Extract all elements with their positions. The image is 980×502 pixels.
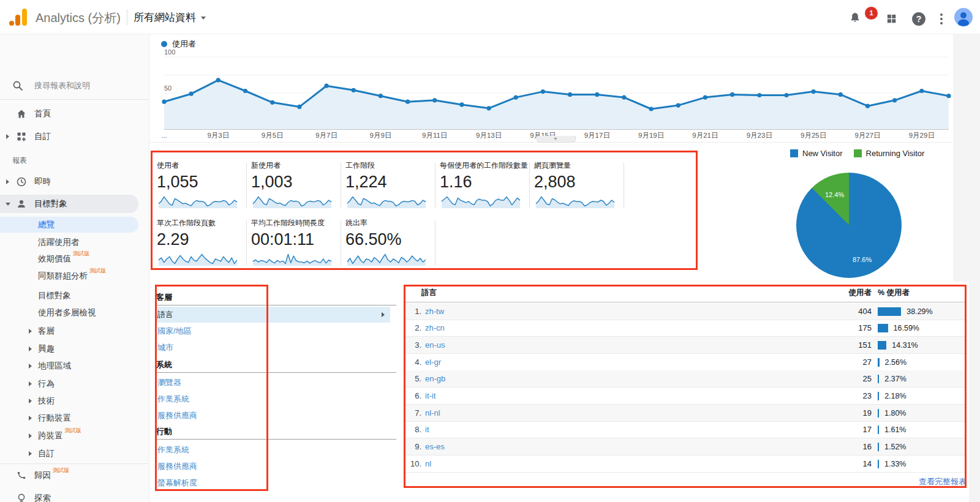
chart-collapse-tab[interactable] bbox=[537, 136, 576, 143]
sidebar-item-audience[interactable]: 目標對象 bbox=[0, 195, 149, 212]
metric-sparkline bbox=[251, 194, 341, 211]
table-header-dimension[interactable]: 語言 bbox=[421, 288, 437, 301]
language-link[interactable]: es-es bbox=[425, 442, 445, 451]
language-link[interactable]: it-it bbox=[425, 391, 435, 400]
sidebar-item-discover[interactable]: 探索 bbox=[0, 490, 149, 502]
table-row: 4.el-gr272.56% bbox=[405, 354, 965, 371]
sidebar-item-地理區域[interactable]: 地理區域 bbox=[0, 358, 149, 374]
sidebar-item-attribution[interactable]: 歸因測試版 bbox=[0, 467, 149, 484]
pct-value: 2.18% bbox=[884, 392, 906, 400]
legend-label-returning-visitor[interactable]: Returning Visitor bbox=[866, 149, 925, 158]
pct-bar bbox=[878, 460, 879, 468]
pct-value: 16.59% bbox=[894, 324, 919, 332]
sidebar-item-label: 即時 bbox=[34, 176, 51, 187]
dimension-item-作業系統[interactable]: 作業系統 bbox=[156, 442, 390, 458]
sidebar-item-customization[interactable]: 自訂 bbox=[0, 128, 149, 145]
metric-label[interactable]: 工作階段 bbox=[345, 160, 435, 171]
sidebar-item-使用者多層檢視[interactable]: 使用者多層檢視 bbox=[0, 305, 149, 321]
metric-value: 1,224 bbox=[345, 173, 435, 192]
sidebar-item-效期價值[interactable]: 效期價值測試版 bbox=[0, 251, 149, 267]
legend-label-new-visitor[interactable]: New Visitor bbox=[802, 149, 843, 158]
sidebar-item-label: 技術 bbox=[38, 395, 55, 406]
sidebar-item-home[interactable]: 首頁 bbox=[0, 105, 149, 122]
search-input[interactable]: 搜尋報表和說明 bbox=[0, 77, 149, 95]
dimension-item-label: 螢幕解析度 bbox=[157, 478, 197, 489]
table-row: 5.en-gb252.37% bbox=[405, 370, 965, 388]
sidebar-item-總覽[interactable]: 總覽 bbox=[0, 217, 138, 233]
metric-label[interactable]: 新使用者 bbox=[251, 160, 341, 171]
language-link[interactable]: zh-cn bbox=[425, 323, 445, 332]
dimension-item-螢幕解析度[interactable]: 螢幕解析度 bbox=[156, 475, 390, 491]
chevron-down-icon bbox=[6, 203, 10, 206]
language-link[interactable]: nl bbox=[425, 459, 431, 468]
sidebar-item-label: 總覽 bbox=[38, 219, 55, 230]
language-link[interactable]: nl-nl bbox=[425, 408, 440, 418]
metric-sparkline bbox=[157, 252, 246, 268]
sidebar-item-同類群組分析[interactable]: 同類群組分析測試版 bbox=[0, 268, 149, 284]
svg-text:9月21日: 9月21日 bbox=[692, 132, 718, 139]
dimension-item-label: 瀏覽器 bbox=[157, 377, 181, 388]
dimension-item-瀏覽器[interactable]: 瀏覽器 bbox=[156, 375, 390, 391]
language-link[interactable]: en-gb bbox=[425, 374, 445, 383]
language-link[interactable]: el-gr bbox=[425, 358, 441, 367]
metric-label[interactable]: 每個使用者的工作階段數量 bbox=[440, 160, 529, 171]
dimension-section-行動: 行動 bbox=[156, 426, 396, 440]
sidebar-item-自訂[interactable]: 自訂 bbox=[0, 446, 149, 462]
metric-label[interactable]: 平均工作階段時間長度 bbox=[251, 218, 341, 228]
legend-dot-icon bbox=[161, 41, 167, 47]
sidebar-item-realtime[interactable]: 即時 bbox=[0, 173, 149, 190]
sidebar-item-技術[interactable]: 技術 bbox=[0, 393, 149, 409]
dimension-item-城市[interactable]: 城市 bbox=[156, 340, 390, 356]
dimension-item-服務供應商[interactable]: 服務供應商 bbox=[156, 408, 390, 424]
search-placeholder: 搜尋報表和說明 bbox=[34, 80, 90, 91]
sidebar-item-label-wrap: 效期價值測試版 bbox=[38, 253, 89, 264]
language-link[interactable]: zh-tw bbox=[425, 307, 444, 316]
chevron-right-icon bbox=[29, 399, 32, 403]
svg-text:...: ... bbox=[161, 132, 167, 139]
metric-divider bbox=[341, 220, 341, 266]
metric-label[interactable]: 網頁瀏覽量 bbox=[534, 160, 624, 171]
metric-sparkline bbox=[157, 194, 246, 211]
table-header-users[interactable]: 使用者 bbox=[809, 288, 872, 301]
visitor-type-pie-chart[interactable] bbox=[796, 173, 902, 278]
metric-value: 2,808 bbox=[534, 173, 624, 192]
dimension-item-服務供應商[interactable]: 服務供應商 bbox=[156, 459, 390, 474]
dimension-item-作業系統[interactable]: 作業系統 bbox=[156, 391, 390, 407]
sidebar-item-label-wrap: 使用者多層檢視 bbox=[38, 307, 96, 318]
language-link[interactable]: en-us bbox=[425, 340, 445, 350]
language-link[interactable]: it bbox=[425, 425, 429, 434]
metric-label[interactable]: 單次工作階段頁數 bbox=[157, 218, 246, 228]
svg-text:9月27日: 9月27日 bbox=[854, 132, 880, 139]
apps-grid-icon[interactable] bbox=[886, 13, 897, 26]
sidebar-item-目標對象[interactable]: 目標對象 bbox=[0, 288, 149, 304]
attribution-icon bbox=[16, 470, 27, 481]
bell-icon[interactable] bbox=[849, 12, 861, 26]
sidebar-item-行動裝置[interactable]: 行動裝置 bbox=[0, 410, 149, 426]
pct-value: 2.56% bbox=[885, 358, 907, 367]
view-selector[interactable]: 所有網站資料 bbox=[134, 10, 206, 24]
sidebar-divider bbox=[0, 463, 149, 464]
dimension-item-語言[interactable]: 語言 bbox=[156, 307, 390, 323]
chevron-right-icon bbox=[29, 416, 32, 421]
dimension-item-國家/地區[interactable]: 國家/地區 bbox=[156, 323, 390, 339]
sidebar-item-客層[interactable]: 客層 bbox=[0, 323, 149, 339]
notification-badge[interactable]: 1 bbox=[865, 7, 878, 20]
help-icon[interactable]: ? bbox=[911, 12, 926, 29]
view-full-report-link[interactable]: 查看完整報表 bbox=[919, 476, 967, 487]
svg-text:9月29日: 9月29日 bbox=[909, 132, 935, 139]
more-vert-icon[interactable] bbox=[939, 12, 944, 29]
view-selector-label: 所有網站資料 bbox=[134, 12, 196, 23]
table-header-pct-users[interactable]: % 使用者 bbox=[878, 288, 910, 301]
metric-value: 1,003 bbox=[251, 173, 341, 192]
metric-label[interactable]: 使用者 bbox=[157, 160, 246, 171]
pie-slice-label: 12.4% bbox=[825, 191, 844, 198]
metric-label[interactable]: 跳出率 bbox=[345, 218, 435, 228]
dimension-item-label: 語言 bbox=[157, 309, 173, 320]
sidebar-item-活躍使用者[interactable]: 活躍使用者 bbox=[0, 234, 149, 250]
sidebar-item-興趣[interactable]: 興趣 bbox=[0, 341, 149, 357]
avatar[interactable] bbox=[954, 8, 973, 29]
clock-icon bbox=[16, 176, 27, 187]
sidebar-item-label: 興趣 bbox=[38, 343, 55, 354]
sidebar-item-行為[interactable]: 行為 bbox=[0, 376, 149, 392]
sidebar-item-跨裝置[interactable]: 跨裝置測試版 bbox=[0, 428, 149, 444]
